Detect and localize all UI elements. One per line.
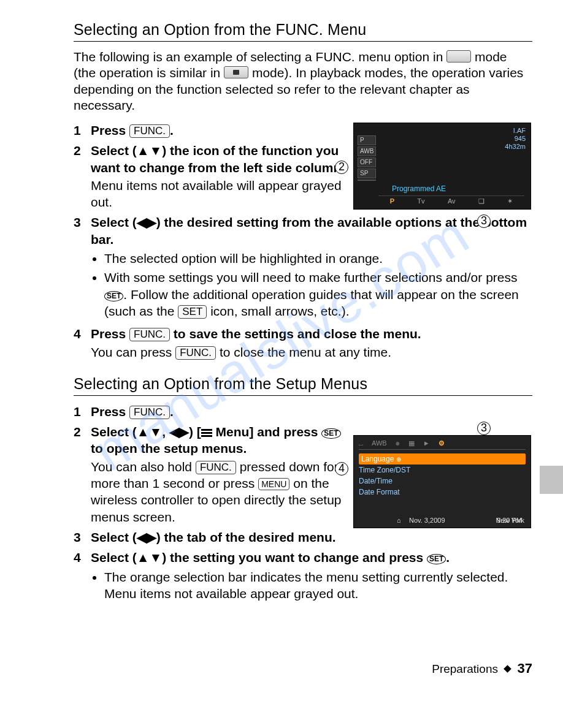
- bottom-item: Tv: [417, 197, 424, 205]
- step-number: 1: [74, 122, 91, 138]
- setup-date: Nov. 3,2009: [409, 517, 445, 524]
- bottom-item: ❏: [478, 197, 484, 205]
- step4b-text-b: ) the setting you want to change and pre…: [162, 550, 427, 564]
- func-step-3: 3 Select (◀▶) the desired setting from t…: [74, 214, 532, 248]
- camera-screen-func: I.AF 945 4h32m P AWB OFF SP Programmed A…: [353, 123, 531, 210]
- step2b-text-b: ) [: [189, 425, 201, 439]
- set-button-label: SET: [321, 428, 340, 439]
- step-number: 4: [74, 325, 91, 360]
- setup-clock: 9:20 PM: [497, 517, 522, 524]
- step3-bullets: The selected option will be highlighted …: [93, 250, 532, 319]
- page-number: 37: [518, 661, 532, 676]
- step4-text-b: to save the settings and close the menu.: [170, 327, 421, 341]
- setup-item: Date Format: [359, 487, 526, 498]
- set-button-label: SET: [427, 554, 446, 564]
- step2-note: Menu items not available will appear gra…: [91, 177, 348, 211]
- bullet-text-c: icon, small arrows, etc.).: [207, 304, 349, 318]
- func-button-label: FUNC.: [129, 328, 170, 341]
- camera-screen-setup: ⎵AWB⎈▦►⚙ Language ⊕ Time Zone/DST Date/T…: [353, 435, 531, 528]
- setup-tabs: ⎵AWB⎈▦►⚙: [359, 439, 526, 450]
- step1b-end: .: [170, 404, 174, 419]
- bottom-item: P: [390, 197, 394, 205]
- step4-text-a: Press: [91, 327, 129, 341]
- step4b-bullets: The orange selection bar indicates the m…: [93, 569, 532, 602]
- left-item: [358, 180, 376, 181]
- menu-stack-icon: [201, 428, 212, 437]
- bullet-item: With some settings you will need to make…: [104, 269, 532, 319]
- callout-3: 3: [477, 214, 491, 228]
- set-button-label: SET: [104, 291, 123, 301]
- func-button-label: FUNC.: [196, 461, 236, 474]
- step-number: 2: [74, 142, 91, 210]
- step-number: 3: [74, 529, 91, 545]
- step3-text-b: ) the desired setting from the available…: [91, 215, 527, 246]
- page-footer: Preparations 37: [432, 661, 532, 677]
- step1b-text: Press: [91, 404, 129, 419]
- leftright-arrows-icon: ◀▶: [169, 425, 189, 439]
- section-func-title: Selecting an Option from the FUNC. Menu: [74, 21, 532, 42]
- step3-text-a: Select (: [91, 215, 137, 229]
- home-icon: ⌂: [397, 517, 401, 524]
- step1-text: Press: [91, 123, 129, 137]
- step4-note-b: to close the menu at any time.: [216, 345, 391, 359]
- step2b-mid: ,: [162, 425, 169, 439]
- bullet-item: The orange selection bar indicates the m…: [104, 569, 532, 602]
- step3b-text-a: Select (: [91, 530, 137, 544]
- set-icon-label: SET: [178, 305, 207, 319]
- menu-button-label: MENU: [258, 478, 289, 490]
- intro-text-a: The following is an example of selecting…: [74, 50, 446, 64]
- updown-arrows-icon: ▲▼: [137, 550, 163, 564]
- video-mode-icon: [446, 50, 471, 63]
- setup-step-4: 4 Select (▲▼) the setting you want to ch…: [74, 549, 532, 566]
- step2b-text-c: to open the setup menus.: [91, 441, 247, 455]
- chapter-tab: [540, 466, 563, 494]
- updown-arrows-icon: ▲▼: [137, 143, 163, 157]
- bottom-item: Av: [448, 197, 456, 205]
- func-button-label: FUNC.: [129, 406, 170, 419]
- callout-2: 2: [335, 161, 348, 174]
- setup-step-1: 1 Press FUNC..: [74, 403, 532, 420]
- intro-paragraph: The following is an example of selecting…: [74, 49, 532, 113]
- diamond-icon: [504, 665, 511, 673]
- tab-item: AWB: [372, 439, 387, 447]
- left-item: AWB: [358, 146, 376, 156]
- step2b-note-a: You can also hold: [91, 460, 196, 474]
- leftright-arrows-icon: ◀▶: [137, 530, 156, 544]
- screen-left-column: P AWB OFF SP: [358, 135, 376, 182]
- setup-item: Date/Time: [359, 476, 526, 487]
- step2b-text-a: Select (: [91, 425, 137, 439]
- screen-time: 4h32m: [505, 143, 526, 151]
- step3b-text-b: ) the tab of the desired menu.: [156, 530, 336, 544]
- step4b-text-c: .: [446, 550, 450, 564]
- step4-note-a: You can press: [91, 345, 175, 359]
- setup-item: Time Zone/DST: [359, 464, 526, 476]
- step-number: 3: [74, 214, 91, 248]
- step-number: 2: [74, 423, 91, 525]
- updown-arrows-icon: ▲▼: [137, 425, 163, 439]
- section-setup-title: Selecting an Option from the Setup Menus: [74, 375, 532, 396]
- callout-3b: 3: [477, 422, 491, 435]
- step1-end: .: [170, 123, 174, 137]
- footer-chapter: Preparations: [432, 662, 498, 675]
- step2-text-a: Select (: [91, 143, 137, 157]
- setup-item-language: Language ⊕: [359, 453, 526, 464]
- screen-af-label: I.AF: [505, 127, 526, 135]
- func-step-4: 4 Press FUNC. to save the settings and c…: [74, 325, 532, 360]
- func-button-label: FUNC.: [175, 346, 216, 360]
- step-number: 4: [74, 549, 91, 566]
- callout-4: 4: [335, 462, 348, 476]
- left-item: SP: [358, 169, 376, 178]
- left-item: OFF: [358, 157, 376, 167]
- screen-bottom-bar: P Tv Av ❏ ✶: [378, 195, 524, 205]
- bullet-item: The selected option will be highlighted …: [104, 250, 532, 267]
- bullet-text-a: With some settings you will need to make…: [104, 270, 517, 284]
- step-number: 1: [74, 403, 91, 420]
- screen-count: 945: [505, 135, 526, 143]
- setup-step-3: 3 Select (◀▶) the tab of the desired men…: [74, 529, 532, 545]
- step2b-menu: Menu] and press: [212, 425, 322, 439]
- bottom-item: ✶: [507, 197, 513, 205]
- func-button-label: FUNC.: [129, 124, 170, 138]
- screen-mode-label: Programmed AE: [392, 184, 446, 193]
- step4b-text-a: Select (: [91, 550, 137, 564]
- left-item: P: [358, 135, 376, 145]
